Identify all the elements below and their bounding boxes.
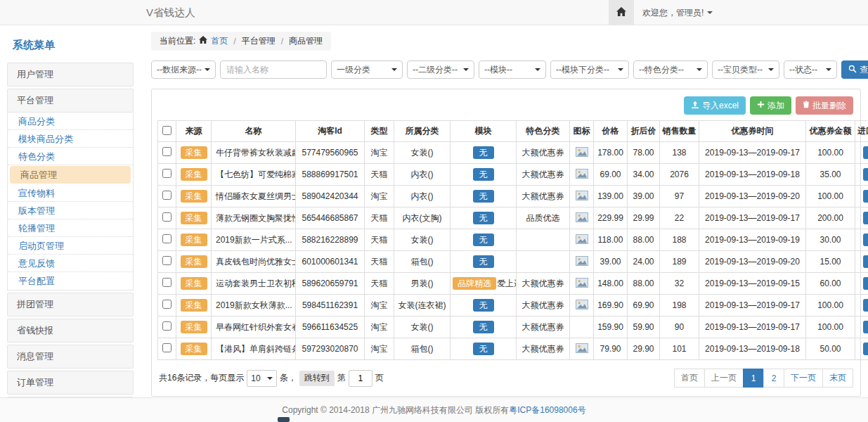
sidebar-item-active[interactable]: 商品管理	[10, 166, 131, 184]
search-button-label: 查询	[860, 64, 868, 76]
sidebar-item-top[interactable]: 订单管理	[7, 371, 134, 395]
import-select-cell: 否	[855, 295, 868, 316]
row-checkbox[interactable]	[162, 256, 171, 265]
product-image-icon	[576, 149, 588, 159]
import-select-cell: 否	[855, 207, 868, 229]
row-checkbox[interactable]	[162, 300, 171, 309]
chevron-down-icon	[205, 68, 210, 71]
row-checkbox[interactable]	[162, 278, 171, 287]
copyright-text: Copyright © 2014-2018 广州九驰网络科技有限公司 版权所有	[282, 404, 509, 416]
import-excel-button[interactable]: 导入excel	[684, 96, 746, 115]
feature-category-cell: 大额优惠券	[517, 273, 570, 295]
source-cell: 采集	[176, 338, 212, 360]
coupon-amount-cell: 60.00	[806, 273, 855, 295]
product-image-icon	[576, 215, 588, 224]
home-button[interactable]	[609, 0, 634, 25]
filter-module-subcategory-select[interactable]: --模块下分类--	[550, 60, 629, 79]
type-cell: 天猫	[365, 251, 394, 273]
taoke-id-cell: 588216228899	[296, 229, 365, 251]
page-button[interactable]: 下一页	[784, 369, 823, 388]
page-number-input[interactable]	[349, 370, 373, 387]
breadcrumb-home-link[interactable]: 首页	[211, 35, 228, 47]
source-cell: 采集	[176, 316, 212, 338]
source-badge: 采集	[181, 299, 207, 312]
filter-feature-category-select[interactable]: --特色分类--	[633, 60, 708, 79]
row-checkbox[interactable]	[162, 321, 171, 331]
filter-name-input[interactable]	[220, 60, 327, 79]
sidebar-item-top[interactable]: 拼团管理	[7, 293, 134, 316]
sidebar-item-sub[interactable]: 启动页管理	[8, 237, 133, 255]
sidebar-item-sub[interactable]: 平台配置	[8, 272, 133, 290]
icp-link[interactable]: 粤ICP备16098006号	[509, 404, 585, 416]
chevron-down-icon	[535, 68, 540, 71]
row-checkbox[interactable]	[162, 191, 171, 200]
product-image-icon	[576, 302, 588, 312]
sidebar-item-sub[interactable]: 模块商品分类	[8, 130, 133, 148]
add-button[interactable]: 添加	[750, 96, 791, 115]
sidebar-item-sub[interactable]: 商品分类	[8, 113, 133, 130]
module-cell: 无	[451, 229, 517, 251]
per-page-suffix: 条，	[280, 372, 297, 384]
page-button[interactable]: 2	[763, 369, 784, 388]
column-header: 淘客Id	[296, 121, 365, 142]
batch-delete-button[interactable]: 批量删除	[796, 96, 853, 115]
sidebar-item-sub[interactable]: 轮播管理	[8, 219, 133, 237]
row-checkbox[interactable]	[162, 147, 171, 156]
row-select-cell	[158, 273, 176, 295]
sidebar-item-sub[interactable]: 宣传物料	[8, 184, 133, 202]
sidebar-item-top[interactable]: 省钱快报	[7, 319, 134, 343]
add-button-label: 添加	[767, 100, 784, 112]
sidebar-item-top[interactable]: 用户管理	[7, 63, 134, 87]
source-badge: 采集	[181, 343, 207, 355]
icon-cell	[570, 164, 594, 186]
page-button-active[interactable]: 1	[743, 369, 764, 388]
filter-item-type-select[interactable]: --宝贝类型--	[712, 60, 779, 79]
row-checkbox[interactable]	[162, 343, 171, 352]
taoke-id-cell: 589620659791	[296, 273, 365, 295]
row-select-cell	[158, 186, 176, 207]
chevron-down-icon	[707, 11, 713, 14]
filter-module-select[interactable]: --模块--	[479, 60, 546, 79]
product-image-icon	[576, 258, 588, 268]
row-checkbox[interactable]	[162, 234, 171, 243]
category-cell: 内衣()	[394, 186, 451, 207]
sidebar-item-sub[interactable]: 意见反馈	[8, 255, 133, 272]
row-select-cell	[158, 142, 176, 164]
import-select-badge: 否	[863, 255, 868, 268]
import-select-badge: 否	[863, 299, 868, 312]
price-cell: 139.00	[594, 186, 628, 207]
search-button[interactable]: 查询	[841, 60, 868, 79]
table-row: 采集情侣睡衣女夏丝绸男士...589042420344淘宝内衣()无大额优惠券1…	[158, 186, 868, 207]
user-menu[interactable]: 欢迎您，管理员!	[634, 0, 721, 25]
page-button[interactable]: 末页	[822, 369, 853, 388]
import-select-badge: 否	[863, 212, 868, 224]
pagination-summary: 共16条记录，每页显示 10 条， 跳转到 第 页	[159, 370, 384, 387]
row-select-cell	[158, 338, 176, 360]
feature-category-cell: 大额优惠券	[517, 142, 570, 164]
filter-data-source-select[interactable]: --数据来源--	[151, 60, 216, 79]
sidebar-item-sub[interactable]: 版本管理	[8, 202, 133, 219]
page-button[interactable]: 首页	[674, 369, 705, 388]
source-badge: 采集	[181, 168, 207, 181]
filter-status-select[interactable]: --状态--	[784, 60, 837, 79]
coupon-time-cell: 2019-09-13—2019-09-17	[699, 142, 806, 164]
sidebar-item-top[interactable]: 平台管理	[7, 89, 134, 113]
filter-level2-category-select[interactable]: --二级分类--	[407, 60, 474, 79]
import-select-cell: 否	[855, 338, 868, 360]
per-page-select[interactable]: 10	[247, 370, 276, 387]
price-cell: 159.90	[594, 316, 628, 338]
select-all-checkbox[interactable]	[162, 126, 171, 135]
sidebar-item-sub[interactable]: 特色分类	[8, 148, 133, 165]
filter-level1-category-select[interactable]: 一级分类	[331, 60, 403, 79]
module-badge: 无	[473, 299, 494, 312]
coupon-amount-cell: 100.00	[806, 142, 855, 164]
type-cell: 天猫	[365, 229, 394, 251]
products-table: 来源名称淘客Id类型所属分类模块特色分类图标价格折后价销售数量优惠券时间优惠券金…	[157, 120, 868, 360]
page-button[interactable]: 上一页	[704, 369, 744, 388]
feature-category-cell	[517, 229, 570, 251]
row-checkbox[interactable]	[162, 212, 171, 222]
row-checkbox[interactable]	[162, 169, 171, 178]
jump-button[interactable]: 跳转到	[299, 371, 335, 386]
horizontal-scrollbar-thumb[interactable]	[278, 417, 290, 422]
sidebar-item-top[interactable]: 消息管理	[7, 345, 134, 369]
